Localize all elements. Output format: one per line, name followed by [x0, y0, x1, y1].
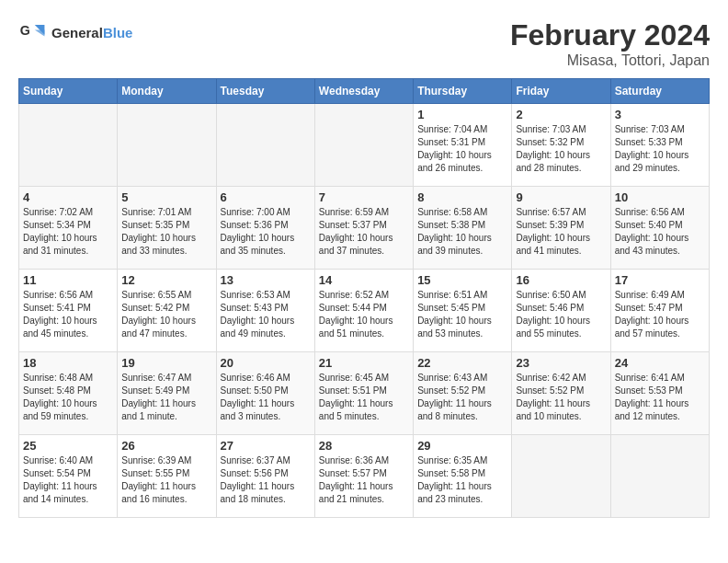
- day-number: 22: [417, 356, 507, 370]
- title-section: February 2024 Misasa, Tottori, Japan: [510, 18, 710, 69]
- weekday-header-row: SundayMondayTuesdayWednesdayThursdayFrid…: [19, 79, 710, 104]
- day-number: 15: [417, 273, 507, 287]
- calendar-cell: 10Sunrise: 6:56 AM Sunset: 5:40 PM Dayli…: [610, 187, 709, 270]
- day-info: Sunrise: 6:52 AM Sunset: 5:44 PM Dayligh…: [319, 289, 409, 340]
- day-number: 9: [516, 190, 606, 204]
- day-info: Sunrise: 6:42 AM Sunset: 5:52 PM Dayligh…: [516, 372, 606, 423]
- calendar-header: SundayMondayTuesdayWednesdayThursdayFrid…: [19, 79, 710, 104]
- weekday-header-thursday: Thursday: [414, 79, 512, 104]
- day-info: Sunrise: 6:47 AM Sunset: 5:49 PM Dayligh…: [121, 372, 211, 423]
- calendar-cell: 9Sunrise: 6:57 AM Sunset: 5:39 PM Daylig…: [512, 187, 610, 270]
- day-info: Sunrise: 6:43 AM Sunset: 5:52 PM Dayligh…: [417, 372, 507, 423]
- day-number: 17: [615, 273, 705, 287]
- calendar-cell: 20Sunrise: 6:46 AM Sunset: 5:50 PM Dayli…: [216, 352, 314, 435]
- day-info: Sunrise: 6:59 AM Sunset: 5:37 PM Dayligh…: [319, 206, 409, 258]
- calendar-week-3: 11Sunrise: 6:56 AM Sunset: 5:41 PM Dayli…: [19, 270, 710, 352]
- calendar-cell: 16Sunrise: 6:50 AM Sunset: 5:46 PM Dayli…: [512, 270, 610, 352]
- calendar-cell: 7Sunrise: 6:59 AM Sunset: 5:37 PM Daylig…: [314, 187, 413, 270]
- day-info: Sunrise: 6:58 AM Sunset: 5:38 PM Dayligh…: [417, 206, 507, 258]
- day-info: Sunrise: 6:51 AM Sunset: 5:45 PM Dayligh…: [417, 289, 507, 340]
- calendar-week-5: 25Sunrise: 6:40 AM Sunset: 5:54 PM Dayli…: [19, 435, 710, 518]
- weekday-header-friday: Friday: [512, 79, 610, 104]
- calendar-cell: [216, 104, 314, 187]
- calendar-cell: 11Sunrise: 6:56 AM Sunset: 5:41 PM Dayli…: [19, 270, 118, 352]
- calendar-cell: [118, 104, 216, 187]
- day-number: 4: [23, 190, 113, 204]
- day-number: 16: [516, 273, 606, 287]
- day-info: Sunrise: 6:49 AM Sunset: 5:47 PM Dayligh…: [615, 289, 705, 340]
- calendar-cell: 21Sunrise: 6:45 AM Sunset: 5:51 PM Dayli…: [314, 352, 413, 435]
- weekday-header-saturday: Saturday: [610, 79, 709, 104]
- day-number: 1: [417, 108, 507, 121]
- calendar-cell: 1Sunrise: 7:04 AM Sunset: 5:31 PM Daylig…: [414, 104, 512, 187]
- logo: G GeneralBlue: [18, 18, 132, 48]
- calendar-cell: 23Sunrise: 6:42 AM Sunset: 5:52 PM Dayli…: [512, 352, 610, 435]
- day-info: Sunrise: 6:35 AM Sunset: 5:58 PM Dayligh…: [417, 454, 507, 506]
- calendar-cell: 3Sunrise: 7:03 AM Sunset: 5:33 PM Daylig…: [610, 104, 709, 187]
- day-number: 18: [23, 356, 113, 370]
- calendar-cell: 14Sunrise: 6:52 AM Sunset: 5:44 PM Dayli…: [314, 270, 413, 352]
- day-number: 12: [121, 273, 211, 287]
- day-number: 3: [615, 108, 705, 121]
- day-number: 24: [615, 356, 705, 370]
- svg-marker-2: [35, 29, 45, 36]
- page-header: G GeneralBlue February 2024 Misasa, Tott…: [18, 18, 710, 69]
- calendar-cell: 8Sunrise: 6:58 AM Sunset: 5:38 PM Daylig…: [414, 187, 512, 270]
- day-number: 8: [417, 190, 507, 204]
- logo-blue: Blue: [103, 25, 133, 40]
- day-number: 20: [221, 356, 311, 370]
- calendar-body: 1Sunrise: 7:04 AM Sunset: 5:31 PM Daylig…: [19, 104, 710, 518]
- day-info: Sunrise: 6:45 AM Sunset: 5:51 PM Dayligh…: [319, 372, 409, 423]
- day-number: 19: [121, 356, 211, 370]
- day-number: 2: [516, 108, 606, 121]
- day-number: 25: [23, 439, 113, 453]
- day-number: 5: [121, 190, 211, 204]
- calendar-cell: 22Sunrise: 6:43 AM Sunset: 5:52 PM Dayli…: [414, 352, 512, 435]
- weekday-header-tuesday: Tuesday: [216, 79, 314, 104]
- svg-text:G: G: [20, 23, 30, 38]
- page-title: February 2024: [510, 18, 710, 52]
- calendar-cell: 29Sunrise: 6:35 AM Sunset: 5:58 PM Dayli…: [414, 435, 512, 518]
- calendar-cell: [610, 435, 709, 518]
- calendar-cell: 2Sunrise: 7:03 AM Sunset: 5:32 PM Daylig…: [512, 104, 610, 187]
- day-info: Sunrise: 6:50 AM Sunset: 5:46 PM Dayligh…: [516, 289, 606, 340]
- day-number: 26: [121, 439, 211, 453]
- calendar-cell: [512, 435, 610, 518]
- day-number: 11: [23, 273, 113, 287]
- calendar-cell: 19Sunrise: 6:47 AM Sunset: 5:49 PM Dayli…: [118, 352, 216, 435]
- day-info: Sunrise: 6:57 AM Sunset: 5:39 PM Dayligh…: [516, 206, 606, 258]
- day-number: 14: [319, 273, 409, 287]
- calendar-cell: 4Sunrise: 7:02 AM Sunset: 5:34 PM Daylig…: [19, 187, 118, 270]
- calendar-cell: [314, 104, 413, 187]
- calendar-cell: 5Sunrise: 7:01 AM Sunset: 5:35 PM Daylig…: [118, 187, 216, 270]
- weekday-header-wednesday: Wednesday: [314, 79, 413, 104]
- day-info: Sunrise: 6:48 AM Sunset: 5:48 PM Dayligh…: [23, 372, 113, 423]
- day-info: Sunrise: 6:41 AM Sunset: 5:53 PM Dayligh…: [615, 372, 705, 423]
- day-info: Sunrise: 6:46 AM Sunset: 5:50 PM Dayligh…: [221, 372, 311, 423]
- logo-icon: G: [18, 18, 48, 48]
- calendar-cell: 25Sunrise: 6:40 AM Sunset: 5:54 PM Dayli…: [19, 435, 118, 518]
- day-number: 21: [319, 356, 409, 370]
- calendar-cell: 6Sunrise: 7:00 AM Sunset: 5:36 PM Daylig…: [216, 187, 314, 270]
- calendar-week-2: 4Sunrise: 7:02 AM Sunset: 5:34 PM Daylig…: [19, 187, 710, 270]
- calendar-cell: 15Sunrise: 6:51 AM Sunset: 5:45 PM Dayli…: [414, 270, 512, 352]
- calendar-cell: 28Sunrise: 6:36 AM Sunset: 5:57 PM Dayli…: [314, 435, 413, 518]
- day-number: 28: [319, 439, 409, 453]
- day-info: Sunrise: 7:01 AM Sunset: 5:35 PM Dayligh…: [121, 206, 211, 258]
- day-info: Sunrise: 6:55 AM Sunset: 5:42 PM Dayligh…: [121, 289, 211, 340]
- calendar-cell: 13Sunrise: 6:53 AM Sunset: 5:43 PM Dayli…: [216, 270, 314, 352]
- day-info: Sunrise: 6:53 AM Sunset: 5:43 PM Dayligh…: [221, 289, 311, 340]
- calendar-cell: 27Sunrise: 6:37 AM Sunset: 5:56 PM Dayli…: [216, 435, 314, 518]
- day-info: Sunrise: 7:02 AM Sunset: 5:34 PM Dayligh…: [23, 206, 113, 258]
- day-info: Sunrise: 7:00 AM Sunset: 5:36 PM Dayligh…: [221, 206, 311, 258]
- day-info: Sunrise: 7:04 AM Sunset: 5:31 PM Dayligh…: [417, 123, 507, 175]
- day-number: 23: [516, 356, 606, 370]
- day-number: 7: [319, 190, 409, 204]
- day-number: 29: [417, 439, 507, 453]
- day-info: Sunrise: 6:39 AM Sunset: 5:55 PM Dayligh…: [121, 454, 211, 506]
- logo-general: General: [51, 25, 103, 40]
- day-info: Sunrise: 6:37 AM Sunset: 5:56 PM Dayligh…: [221, 454, 311, 506]
- day-number: 13: [221, 273, 311, 287]
- day-number: 10: [615, 190, 705, 204]
- weekday-header-monday: Monday: [118, 79, 216, 104]
